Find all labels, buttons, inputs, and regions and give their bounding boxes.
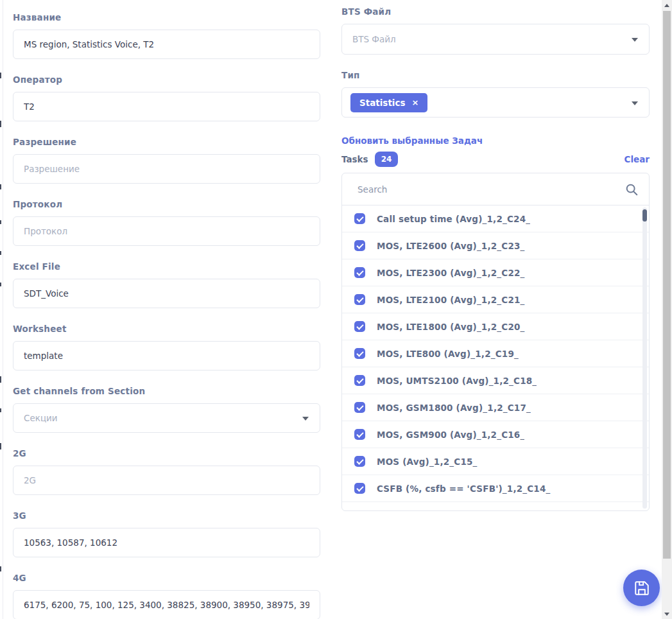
chevron-down-icon	[632, 101, 638, 105]
field-4g: 4G	[13, 573, 320, 619]
excel-file-label: Excel File	[13, 261, 320, 272]
checkbox-checked-icon[interactable]	[354, 456, 365, 467]
excel-file-input-box	[13, 279, 320, 308]
type-label: Тип	[341, 70, 650, 80]
form-panel: Название Оператор Разрешение Протокол Ex	[0, 0, 672, 619]
task-row[interactable]: MOS, LTE800 (Avg)_1,2_C19_	[342, 340, 649, 367]
field-3g: 3G	[13, 510, 320, 557]
checkbox-checked-icon[interactable]	[354, 240, 365, 251]
task-list: Call setup time (Avg)_1,2_C24_ MOS, LTE2…	[342, 205, 649, 511]
background-artifact	[0, 220, 1, 224]
task-row[interactable]: Call setup time (Avg)_1,2_C24_	[342, 205, 649, 232]
checkbox-checked-icon[interactable]	[354, 483, 365, 494]
operator-input[interactable]	[24, 101, 309, 112]
operator-label: Оператор	[13, 74, 320, 85]
field-2g: 2G	[13, 448, 320, 495]
task-list-scrollbar-track[interactable]	[642, 207, 647, 509]
field-channels-section: Get channels from Section Секции	[13, 386, 320, 433]
task-label: MOS, LTE1800 (Avg)_1,2_C20_	[377, 322, 525, 332]
task-label: MOS (Avg)_1,2_C15_	[377, 457, 478, 467]
background-artifact	[0, 376, 1, 383]
task-row[interactable]: MOS, LTE2600 (Avg)_1,2_C23_	[342, 232, 649, 259]
type-tag-statistics[interactable]: Statistics ×	[350, 93, 427, 112]
field-title: Название	[13, 12, 320, 59]
channels-section-placeholder: Секции	[24, 413, 58, 423]
excel-file-input[interactable]	[24, 288, 309, 299]
2g-label: 2G	[13, 448, 320, 458]
resolution-input[interactable]	[24, 164, 309, 174]
worksheet-input[interactable]	[24, 351, 309, 361]
checkbox-checked-icon[interactable]	[354, 429, 365, 440]
checkbox-checked-icon[interactable]	[354, 213, 365, 224]
4g-label: 4G	[13, 573, 320, 583]
search-icon	[625, 182, 639, 196]
remove-tag-icon[interactable]: ×	[412, 98, 419, 107]
task-label: MOS, LTE800 (Avg)_1,2_C19_	[377, 349, 519, 359]
task-row[interactable]: CSFB (%, csfb == 'CSFB')_1,2_C14_	[342, 475, 649, 502]
scroll-down-arrow-icon[interactable]	[662, 609, 672, 619]
protocol-input[interactable]	[24, 226, 309, 236]
field-operator: Оператор	[13, 74, 320, 121]
channels-section-select[interactable]: Секции	[13, 403, 320, 433]
worksheet-label: Worksheet	[13, 324, 320, 334]
protocol-input-box	[13, 216, 320, 246]
bts-file-select[interactable]: BTS Файл	[341, 24, 650, 55]
type-tag-label: Statistics	[359, 98, 406, 108]
task-row[interactable]: MOS, GSM1800 (Avg)_1,2_C17_	[342, 394, 649, 421]
tasks-search-input[interactable]	[358, 184, 619, 195]
3g-label: 3G	[13, 510, 320, 521]
title-input-box	[13, 30, 320, 59]
checkbox-checked-icon[interactable]	[354, 375, 365, 386]
field-bts-file: BTS Файл BTS Файл	[341, 6, 650, 55]
task-label: Call setup time (Avg)_1,2_C24_	[377, 214, 530, 224]
task-list-scrollbar-thumb[interactable]	[642, 209, 647, 222]
task-label: MOS, LTE2300 (Avg)_1,2_C22_	[377, 268, 525, 278]
checkbox-checked-icon[interactable]	[354, 267, 365, 278]
resolution-input-box	[13, 154, 320, 184]
background-artifact	[0, 121, 1, 127]
chevron-down-icon	[302, 417, 309, 421]
page-scrollbar-thumb[interactable]	[663, 11, 671, 559]
page-scrollbar[interactable]	[662, 0, 672, 619]
tasks-count-badge: 24	[375, 152, 399, 167]
task-row[interactable]: MOS, LTE1800 (Avg)_1,2_C20_	[342, 313, 649, 340]
worksheet-input-box	[13, 341, 320, 371]
field-worksheet: Worksheet	[13, 324, 320, 371]
background-artifact	[0, 443, 1, 449]
right-form-column: BTS Файл BTS Файл Тип Statistics × Обнов…	[341, 6, 650, 511]
4g-input[interactable]	[24, 600, 309, 610]
task-row[interactable]: MOS, LTE2300 (Avg)_1,2_C22_	[342, 259, 649, 286]
chevron-down-icon	[632, 38, 638, 42]
title-input[interactable]	[24, 39, 309, 49]
task-row[interactable]: MOS (Avg)_1,2_C15_	[342, 448, 649, 475]
background-artifact	[0, 251, 1, 255]
bts-file-placeholder: BTS Файл	[352, 34, 396, 44]
task-label: MOS, GSM1800 (Avg)_1,2_C17_	[377, 403, 531, 413]
field-protocol: Протокол	[13, 199, 320, 246]
type-multiselect[interactable]: Statistics ×	[341, 87, 650, 118]
field-excel-file: Excel File	[13, 261, 320, 308]
bts-file-label: BTS Файл	[341, 6, 650, 17]
clear-tasks-link[interactable]: Clear	[625, 154, 650, 164]
field-resolution: Разрешение	[13, 137, 320, 184]
update-selected-tasks-link[interactable]: Обновить выбранные Задач	[341, 135, 483, 146]
protocol-label: Протокол	[13, 199, 320, 209]
2g-input[interactable]	[24, 475, 309, 485]
checkbox-checked-icon[interactable]	[354, 402, 365, 413]
task-row[interactable]: MOS, GSM900 (Avg)_1,2_C16_	[342, 421, 649, 448]
task-row[interactable]: MOS, UMTS2100 (Avg)_1,2_C18_	[342, 367, 649, 394]
task-label: MOS, GSM900 (Avg)_1,2_C16_	[377, 430, 524, 440]
panel-left-divider	[3, 0, 3, 619]
tasks-search-row	[342, 173, 649, 205]
checkbox-checked-icon[interactable]	[354, 321, 365, 332]
checkbox-checked-icon[interactable]	[354, 294, 365, 305]
channels-section-label: Get channels from Section	[13, 386, 320, 396]
task-label: CSFB (%, csfb == 'CSFB')_1,2_C14_	[377, 484, 551, 494]
save-button[interactable]	[623, 570, 660, 606]
scroll-up-arrow-icon[interactable]	[662, 0, 672, 10]
task-row[interactable]: MOS, LTE2100 (Avg)_1,2_C21_	[342, 286, 649, 313]
task-label: MOS, UMTS2100 (Avg)_1,2_C18_	[377, 376, 537, 386]
2g-input-box	[13, 466, 320, 495]
checkbox-checked-icon[interactable]	[354, 348, 365, 359]
3g-input[interactable]	[24, 537, 309, 548]
